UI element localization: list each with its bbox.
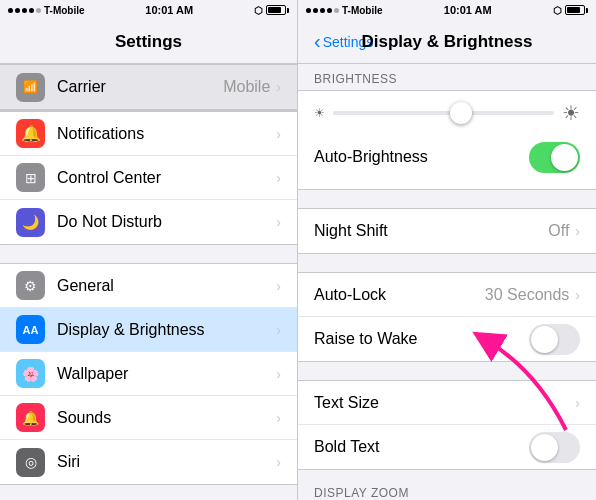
list-item-display[interactable]: AA Display & Brightness › [0,308,297,352]
night-shift-label: Night Shift [314,222,548,240]
display-zoom-label: DISPLAY ZOOM [298,478,596,500]
gap2 [298,254,596,272]
control-center-chevron: › [276,170,281,186]
dot3 [22,8,27,13]
do-not-disturb-label: Do Not Disturb [57,213,276,231]
carrier-label: Carrier [57,78,223,96]
gap1 [298,190,596,208]
list-item-text-size[interactable]: Text Size › [298,381,596,425]
carrier-icon: 📶 [16,73,45,102]
brightness-thumb [450,102,472,124]
carrier-label: T-Mobile [44,5,85,16]
bold-text-toggle[interactable] [529,432,580,463]
right-carrier: T-Mobile [342,5,383,16]
list-item-general[interactable]: ⚙ General › [0,264,297,308]
left-time: 10:01 AM [145,4,193,16]
sounds-label: Sounds [57,409,276,427]
right-content: BRIGHTNESS ☀ ☀ Auto-Brightness [298,64,596,500]
siri-label: Siri [57,453,276,471]
bold-text-knob [531,434,558,461]
brightness-fill [333,111,466,115]
right-bluetooth-icon: ⬡ [553,5,562,16]
rdot2 [313,8,318,13]
brightness-high-icon: ☀ [562,101,580,125]
left-status-left: T-Mobile [8,5,85,16]
list-item-control-center[interactable]: ⊞ Control Center › [0,156,297,200]
control-center-icon: ⊞ [16,163,45,192]
brightness-section-label: BRIGHTNESS [298,64,596,90]
right-battery-body [565,5,585,15]
wallpaper-chevron: › [276,366,281,382]
list-item-raise-to-wake[interactable]: Raise to Wake [298,317,596,361]
night-shift-group: Night Shift Off › [298,208,596,254]
list-item-do-not-disturb[interactable]: 🌙 Do Not Disturb › [0,200,297,244]
auto-brightness-row: Auto-Brightness [314,135,580,179]
carrier-chevron: › [276,79,281,95]
right-battery-tip [586,8,588,13]
do-not-disturb-icon: 🌙 [16,208,45,237]
general-icon: ⚙ [16,271,45,300]
left-panel: T-Mobile 10:01 AM ⬡ Settings 📶 Carrier M… [0,0,298,500]
auto-lock-chevron: › [575,287,580,303]
list-item-auto-lock[interactable]: Auto-Lock 30 Seconds › [298,273,596,317]
right-nav-bar: ‹ Settings Display & Brightness [298,20,596,64]
back-chevron-icon: ‹ [314,30,321,53]
sounds-chevron: › [276,410,281,426]
notifications-icon: 🔔 [16,119,45,148]
list-item-wallpaper[interactable]: 🌸 Wallpaper › [0,352,297,396]
right-panel: T-Mobile 10:01 AM ⬡ ‹ Settings Display &… [298,0,596,500]
rdot1 [306,8,311,13]
sounds-icon: 🔔 [16,403,45,432]
notifications-label: Notifications [57,125,276,143]
text-group: Text Size › Bold Text [298,380,596,470]
right-signal-dots [306,8,339,13]
bold-text-label: Bold Text [314,438,529,456]
siri-chevron: › [276,454,281,470]
battery-fill [268,7,281,13]
text-size-label: Text Size [314,394,575,412]
brightness-slider-row: ☀ ☀ [314,101,580,125]
display-icon: AA [16,315,45,344]
raise-to-wake-label: Raise to Wake [314,330,529,348]
text-size-chevron: › [575,395,580,411]
general-label: General [57,277,276,295]
right-time: 10:01 AM [444,4,492,16]
list-item-siri[interactable]: ◎ Siri › [0,440,297,484]
right-status-left: T-Mobile [306,5,383,16]
carrier-value: Mobile [223,78,270,96]
battery-tip [287,8,289,13]
control-center-label: Control Center [57,169,276,187]
list-item-sounds[interactable]: 🔔 Sounds › [0,396,297,440]
siri-icon: ◎ [16,448,45,477]
signal-dots [8,8,41,13]
right-battery-fill [567,7,580,13]
left-status-bar: T-Mobile 10:01 AM ⬡ [0,0,297,20]
brightness-track[interactable] [333,111,554,115]
list-item-notifications[interactable]: 🔔 Notifications › [0,112,297,156]
auto-lock-value: 30 Seconds [485,286,570,304]
auto-brightness-toggle[interactable] [529,142,580,173]
night-shift-chevron: › [575,223,580,239]
group2: ⚙ General › AA Display & Brightness › 🌸 … [0,263,297,485]
battery-icon [266,5,289,15]
bluetooth-icon: ⬡ [254,5,263,16]
right-status-right: ⬡ [553,5,588,16]
list-item-night-shift[interactable]: Night Shift Off › [298,209,596,253]
list-item-bold-text[interactable]: Bold Text [298,425,596,469]
general-chevron: › [276,278,281,294]
left-settings-list: 📶 Carrier Mobile › 🔔 Notifications › ⊞ C… [0,64,297,500]
battery-body [266,5,286,15]
night-shift-value: Off [548,222,569,240]
rdot4 [327,8,332,13]
notifications-chevron: › [276,126,281,142]
brightness-section: ☀ ☀ Auto-Brightness [298,90,596,190]
auto-brightness-knob [551,144,578,171]
right-page-title: Display & Brightness [362,32,533,52]
dot4 [29,8,34,13]
list-item-carrier[interactable]: 📶 Carrier Mobile › [0,65,297,109]
raise-to-wake-knob [531,326,558,353]
wallpaper-icon: 🌸 [16,359,45,388]
carrier-group: 📶 Carrier Mobile › [0,64,297,110]
display-label: Display & Brightness [57,321,276,339]
raise-to-wake-toggle[interactable] [529,324,580,355]
